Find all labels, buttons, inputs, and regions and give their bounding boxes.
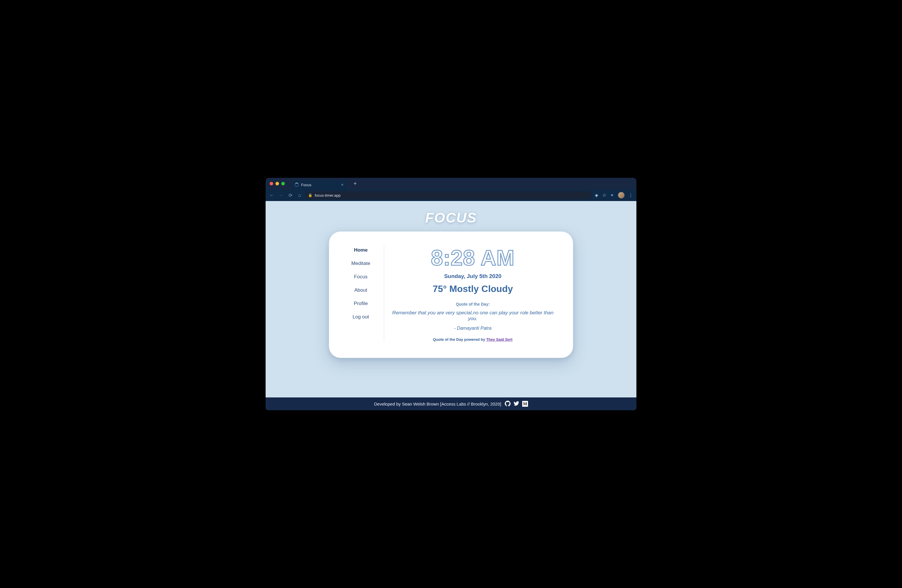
browser-tab[interactable]: Focus × [292,180,347,189]
quote-author: - Damayanti Patra [387,326,559,331]
browser-window: Focus × + ← → ⟳ ⌂ 🔒 focus-timer.app ◈ ☆ … [266,178,636,410]
quote-label: Quote of the Day: [387,302,559,307]
forward-button[interactable]: → [279,192,283,198]
reload-button[interactable]: ⟳ [288,192,293,198]
medium-icon[interactable]: M [522,401,528,407]
tab-title: Focus [301,183,311,187]
sidebar-item-meditate[interactable]: Meditate [341,261,381,266]
maximize-window-button[interactable] [281,182,285,185]
window-controls [270,182,285,185]
browser-toolbar: ← → ⟳ ⌂ 🔒 focus-timer.app ◈ ☆ ✦ ⋮ [266,189,636,201]
quote-attribution: Quote of the Day powered by They Said So… [387,337,559,342]
back-button[interactable]: ← [269,192,274,198]
menu-icon[interactable]: ⋮ [628,192,633,198]
footer-text: Developed by Sean Welsh Brown [Access La… [374,402,501,407]
page-footer: Developed by Sean Welsh Brown [Access La… [266,397,636,410]
address-bar[interactable]: 🔒 focus-timer.app [305,191,592,199]
extensions-icon[interactable]: ✦ [610,192,614,198]
home-panel: 8:28 AM Sunday, July 5th 2020 75° Mostly… [384,246,561,342]
sidebar-item-focus[interactable]: Focus [341,274,381,280]
close-window-button[interactable] [270,182,273,185]
profile-avatar[interactable] [618,192,625,199]
main-card: Home Meditate Focus About Profile Log ou… [329,231,573,358]
powered-link[interactable]: They Said So® [486,337,513,342]
powered-prefix: Quote of the Day powered by [433,337,486,342]
sidebar: Home Meditate Focus About Profile Log ou… [341,246,384,342]
new-tab-button[interactable]: + [351,180,359,188]
tab-close-button[interactable]: × [341,183,343,187]
quote-text: Remember that you are very special,no on… [387,310,559,322]
tab-loading-icon [294,183,299,187]
url-text: focus-timer.app [315,193,341,197]
minimize-window-button[interactable] [276,182,279,185]
sidebar-item-profile[interactable]: Profile [341,301,381,307]
weather-text: 75° Mostly Cloudy [387,283,559,294]
tab-bar: Focus × + [266,178,636,189]
clock-time: 8:28 AM [387,246,559,270]
sidebar-item-about[interactable]: About [341,287,381,293]
app-title: FOCUS [425,210,477,226]
twitter-icon[interactable] [514,400,519,407]
github-icon[interactable] [505,400,511,407]
lock-icon: 🔒 [308,193,312,197]
sidebar-item-logout[interactable]: Log out [341,314,381,320]
page-content: FOCUS Home Meditate Focus About Profile … [266,201,636,410]
sidebar-item-home[interactable]: Home [341,247,381,253]
clock-date: Sunday, July 5th 2020 [387,273,559,280]
site-info-icon[interactable]: ◈ [595,192,598,198]
home-button[interactable]: ⌂ [297,192,302,198]
bookmark-icon[interactable]: ☆ [602,192,606,198]
